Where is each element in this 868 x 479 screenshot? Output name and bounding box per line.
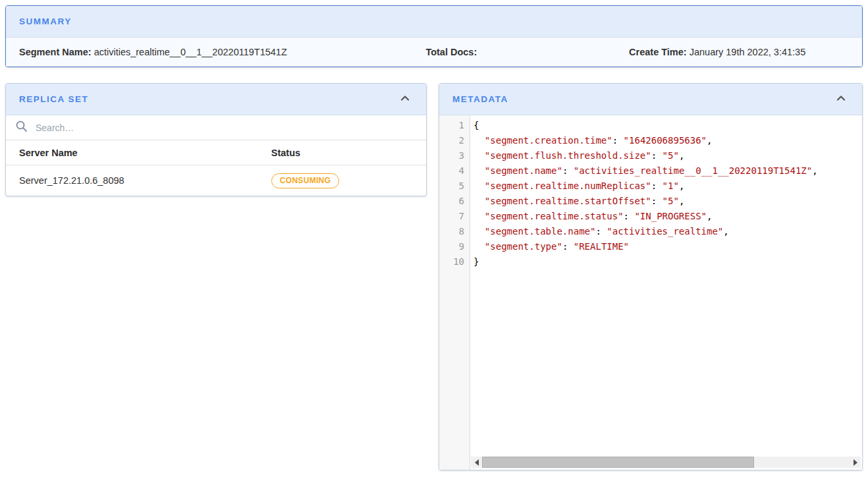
- code-line: "segment.creation.time": "1642606895636"…: [474, 133, 862, 148]
- line-number: 3: [439, 148, 470, 163]
- replica-set-panel: REPLICA SET Server Name Status Server_17…: [5, 83, 427, 196]
- replica-set-panel-title: REPLICA SET: [19, 94, 88, 104]
- line-number: 2: [439, 133, 470, 148]
- code-line: "segment.table.name": "activities_realti…: [474, 224, 862, 239]
- line-number: 8: [439, 224, 470, 239]
- segment-name-value: activities_realtime__0__1__20220119T1541…: [94, 47, 287, 57]
- summary-create-time: Create Time: January 19th 2022, 3:41:35: [629, 47, 849, 57]
- scroll-right-button[interactable]: [850, 457, 861, 468]
- chevron-up-icon: [399, 92, 411, 106]
- scrollbar-thumb[interactable]: [482, 457, 754, 468]
- replica-set-panel-header: REPLICA SET: [6, 84, 426, 115]
- summary-panel: SUMMARY Segment Name: activities_realtim…: [5, 5, 863, 67]
- replica-search-row: [6, 115, 426, 140]
- metadata-panel: METADATA 12345678910 { "segment.creation…: [439, 83, 863, 470]
- code-line: }: [474, 254, 862, 269]
- line-number: 10: [439, 254, 470, 269]
- total-docs-label: Total Docs:: [425, 47, 477, 57]
- column-header-server-name: Server Name: [6, 148, 258, 158]
- code-line: {: [474, 118, 862, 133]
- summary-panel-header: SUMMARY: [6, 6, 862, 38]
- line-number: 5: [439, 179, 470, 194]
- segment-name-label: Segment Name:: [19, 47, 92, 57]
- table-row: Server_172.21.0.6_8098CONSUMING: [6, 165, 426, 196]
- summary-body: Segment Name: activities_realtime__0__1_…: [6, 38, 862, 67]
- search-input[interactable]: [34, 122, 417, 134]
- line-number: 1: [439, 118, 470, 133]
- code-line-number-gutter: 12345678910: [439, 115, 470, 470]
- metadata-panel-title: METADATA: [452, 94, 508, 104]
- line-number: 4: [439, 163, 470, 179]
- code-line: "segment.realtime.startOffset": "5",: [474, 194, 862, 209]
- code-line: "segment.realtime.status": "IN_PROGRESS"…: [474, 209, 862, 224]
- replica-table-body: Server_172.21.0.6_8098CONSUMING: [6, 165, 426, 196]
- metadata-collapse-button[interactable]: [833, 92, 849, 107]
- code-line: "segment.realtime.numReplicas": "1",: [474, 179, 862, 194]
- summary-total-docs: Total Docs:: [425, 47, 629, 57]
- replica-set-collapse-button[interactable]: [397, 92, 413, 107]
- create-time-value: January 19th 2022, 3:41:35: [690, 47, 806, 57]
- summary-segment-name: Segment Name: activities_realtime__0__1_…: [19, 47, 425, 57]
- code-line: "segment.flush.threshold.size": "5",: [474, 148, 862, 163]
- create-time-label: Create Time:: [629, 47, 687, 57]
- summary-panel-title: SUMMARY: [19, 16, 72, 26]
- line-number: 7: [439, 209, 470, 224]
- main-content-row: REPLICA SET Server Name Status Server_17…: [5, 83, 863, 470]
- line-number: 9: [439, 239, 470, 254]
- replica-table-header: Server Name Status: [6, 140, 426, 165]
- status-badge: CONSUMING: [271, 173, 339, 188]
- status-cell: CONSUMING: [258, 173, 426, 188]
- horizontal-scrollbar[interactable]: [471, 457, 861, 468]
- server-name-cell: Server_172.21.0.6_8098: [6, 175, 258, 186]
- column-header-status: Status: [258, 148, 426, 158]
- replica-table: Server Name Status Server_172.21.0.6_809…: [6, 140, 426, 196]
- chevron-up-icon: [835, 92, 847, 106]
- code-line: "segment.type": "REALTIME": [474, 239, 862, 254]
- scroll-right-icon: [854, 459, 857, 466]
- search-icon: [15, 120, 28, 135]
- code-content: { "segment.creation.time": "164260689563…: [470, 115, 862, 470]
- line-number: 6: [439, 194, 470, 209]
- scrollbar-track[interactable]: [482, 457, 850, 468]
- metadata-panel-header: METADATA: [439, 84, 862, 115]
- code-line: "segment.name": "activities_realtime__0_…: [474, 163, 862, 179]
- scroll-left-button[interactable]: [471, 457, 482, 468]
- scroll-left-icon: [475, 459, 479, 466]
- metadata-code-editor[interactable]: 12345678910 { "segment.creation.time": "…: [439, 115, 862, 470]
